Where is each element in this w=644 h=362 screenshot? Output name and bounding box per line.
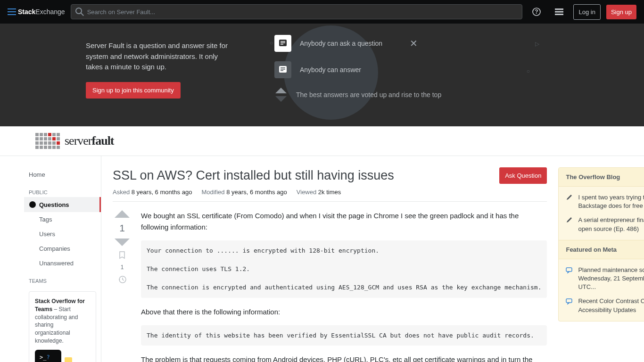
meta-header: Featured on Meta [559,240,644,259]
nav-users[interactable]: Users [24,227,101,241]
main-content: SSL on AWS? Cert installed but still hav… [113,167,547,362]
sidebar-widget: The Overflow Blog I spent two years tryi… [558,167,644,321]
svg-rect-7 [281,42,285,43]
search-icon [75,8,84,16]
nav-unanswered[interactable]: Unanswered [24,256,101,271]
svg-rect-12 [281,70,283,71]
right-sidebar: The Overflow Blog I spent two years tryi… [558,167,644,362]
nav-section-teams: TEAMS [24,271,101,286]
nav-tags[interactable]: Tags [24,212,101,227]
svg-rect-14 [65,357,72,362]
bookmark-icon[interactable] [118,251,126,259]
chat-icon [64,357,73,362]
svg-rect-3 [555,11,563,13]
serverfault-icon [35,133,60,149]
blog-item[interactable]: A serial entrepreneur finally embraces o… [559,213,644,236]
blog-item[interactable]: I spent two years trying to do what Back… [559,190,644,213]
bookmark-count: 1 [121,264,124,271]
code-block: Your connection to ...... is encrypted w… [141,240,547,298]
nav-section-public: PUBLIC [24,182,101,197]
meta-item[interactable]: Planned maintenance scheduled for Wednes… [559,263,644,295]
hero-banner: Server Fault is a question and answer si… [0,24,644,126]
meta-item[interactable]: Recent Color Contrast Changes and Access… [559,294,644,317]
vote-icon [274,88,288,102]
svg-rect-8 [281,44,283,45]
pencil-icon [566,193,573,210]
hero-description: Server Fault is a question and answer si… [86,41,237,73]
help-icon[interactable]: ? [528,3,545,20]
question-post: 1 1 We bought an SSL certificate (From C… [113,202,547,362]
svg-rect-11 [281,69,285,70]
console-icon: >_? [35,350,61,362]
serverfault-logo[interactable]: serverfault [35,133,609,149]
stackexchange-logo[interactable]: StackExchange [8,8,65,16]
question-title: SSL on AWS? Cert installed but still hav… [113,167,394,184]
svg-point-13 [29,201,36,208]
svg-rect-16 [566,268,572,272]
svg-text:?: ? [535,8,538,15]
pencil-icon [566,216,573,233]
globe-icon [29,201,36,208]
question-icon [274,35,291,52]
teams-card: Stack Overflow for Teams – Start collabo… [29,291,96,362]
svg-rect-17 [566,299,572,303]
close-icon[interactable]: ✕ [410,38,418,49]
network-icon [8,8,16,15]
topbar: StackExchange ? Log in Sign up [0,0,644,24]
code-block: The identity of this website has been ve… [141,325,547,346]
search-input[interactable] [71,4,523,19]
downvote-button[interactable] [115,239,130,246]
nav-questions[interactable]: Questions [24,197,101,212]
svg-rect-4 [555,14,563,15]
hero-illustration: ○ ◁ ▷ ○ Anybody can ask a question ✕ Any… [274,35,558,111]
vote-score: 1 [119,222,125,234]
svg-rect-6 [281,41,285,42]
nav-companies[interactable]: Companies [24,241,101,256]
speech-icon [566,266,573,292]
speech-icon [566,297,573,314]
svg-rect-10 [281,67,285,68]
site-header: serverfault [0,126,644,156]
login-button[interactable]: Log in [573,4,600,20]
upvote-button[interactable] [115,210,130,218]
svg-rect-2 [555,8,563,10]
history-icon[interactable] [118,275,126,284]
sites-icon[interactable] [551,3,568,20]
ask-question-button[interactable]: Ask Question [499,167,547,184]
post-body: We bought an SSL certificate (From Comod… [141,210,547,362]
question-meta: Asked 8 years, 6 months ago Modified 8 y… [113,189,547,202]
nav-home[interactable]: Home [24,167,101,182]
signup-button[interactable]: Sign up [606,5,636,19]
left-sidebar: Home PUBLIC Questions Tags Users Compani… [24,156,101,362]
search-wrap [71,4,523,19]
answer-icon [274,61,291,78]
hero-signup-button[interactable]: Sign up to join this community [86,82,181,99]
blog-header: The Overflow Blog [559,168,644,187]
vote-column: 1 1 [113,210,132,362]
